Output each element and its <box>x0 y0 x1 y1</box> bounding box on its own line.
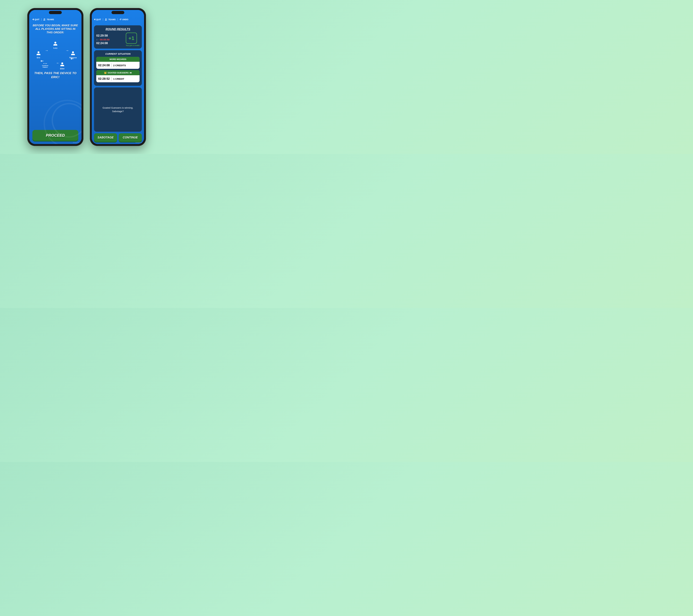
chevron-left-icon <box>33 18 34 20</box>
sabotage-button[interactable]: SABOTAGE <box>94 133 117 142</box>
team-row-word-wizards: WORD WIZARDS 02:24:08 2 CREDITS <box>96 57 140 69</box>
elliot-name: Elliot <box>60 68 64 69</box>
bottom-buttons: SABOTAGE CONTINUE <box>94 133 142 142</box>
undo-icon: ↺ <box>119 18 121 21</box>
elliot-avatar <box>59 61 65 67</box>
credit-box: +1 <box>126 33 137 44</box>
teams-button-2[interactable]: TEAMS <box>105 18 116 21</box>
player-diagram: Eric → Lucy → <box>33 38 78 69</box>
sabotage-text: Goated Guessers is winning.Sabotage? <box>102 106 133 113</box>
nav-separator-2: | <box>103 18 103 21</box>
team-row-goated-guessers: 👑 GOATED GUESSERS ⏭ 02:28:52 1 CREDIT <box>96 70 140 82</box>
results-panel: ROUND RESULTS 02:29:58 ↓ - 00:05:50 02:2… <box>94 25 142 48</box>
teams-icon-1 <box>43 18 46 21</box>
skip-icon: ⏭ <box>130 72 132 74</box>
player-elliot: Elliot <box>59 61 65 69</box>
pass-text: THEN, PASS THE DEVICE TO ERIC! <box>33 71 78 79</box>
results-title: ROUND RESULTS <box>96 27 140 31</box>
player-eric: Eric <box>36 51 41 59</box>
svg-point-3 <box>72 51 74 53</box>
time-end: 02:24:08 <box>96 42 124 45</box>
goated-guessers-name: GOATED GUESSERS <box>107 72 128 74</box>
lucy-name: Lucy <box>53 47 57 49</box>
sabotage-prompt: Goated Guessers is winning.Sabotage? <box>94 87 142 132</box>
arrow-pattern-elliot: ← <box>56 61 60 65</box>
svg-point-5 <box>105 18 106 19</box>
nav-bar-2: QUIT | TEAMS | ↺ UNDO <box>94 18 142 21</box>
rebecca-avatar <box>70 51 76 56</box>
continue-pattern: • • • ContinuePattern <box>42 62 48 68</box>
quit-button-2[interactable]: QUIT <box>94 18 101 21</box>
instruction-text: BEFORE YOU BEGIN, MAKE SURE ALL PLAYERS … <box>33 24 78 34</box>
nav-bar-1: QUIT | TEAMS <box>33 18 78 21</box>
undo-label: UNDO <box>122 18 128 21</box>
results-body: 02:29:58 ↓ - 00:05:50 02:24:08 +1 You go… <box>96 33 140 46</box>
time-delta-row: ↓ - 00:05:50 <box>96 38 124 41</box>
situation-title: CURRENT SITUATION <box>96 53 140 55</box>
time-delta-value: - 00:05:50 <box>99 38 110 41</box>
lucy-avatar <box>53 41 58 46</box>
goated-guessers-time: 02:28:52 <box>98 77 110 81</box>
dev-label-1: Development <box>73 142 80 143</box>
goated-guessers-stats: 02:28:52 1 CREDIT <box>96 75 140 82</box>
nav-separator-1: | <box>41 18 42 21</box>
svg-point-4 <box>61 62 63 64</box>
crown-icon: 👑 <box>104 72 107 74</box>
teams-label-1: TEAMS <box>47 18 54 21</box>
team-divider-2 <box>111 77 112 81</box>
dev-label-2: Development <box>136 142 142 143</box>
team-divider-1 <box>111 63 112 67</box>
credit-section: +1 You got a credit! <box>126 33 140 46</box>
quit-button-1[interactable]: QUIT <box>33 18 39 21</box>
delta-arrow-icon: ↓ <box>96 38 98 41</box>
phone-2: QUIT | TEAMS | ↺ UNDO <box>90 8 146 146</box>
time-start: 02:29:58 <box>96 34 124 37</box>
phone-1: QUIT | TEAMS BEFORE YOU BEGIN, MAKE SURE… <box>27 8 83 146</box>
word-wizards-credits: 2 CREDITS <box>113 64 126 67</box>
teams-icon-2 <box>105 18 107 21</box>
quit-label-1: QUIT <box>35 18 39 21</box>
continue-button[interactable]: CONTINUE <box>119 133 142 142</box>
svg-point-1 <box>38 51 39 53</box>
word-wizards-time: 02:24:08 <box>98 64 110 67</box>
quit-label-2: QUIT <box>96 18 101 21</box>
arrow-eric-lucy: → <box>45 48 48 53</box>
svg-point-0 <box>44 18 45 19</box>
word-wizards-stats: 02:24:08 2 CREDITS <box>96 62 140 69</box>
proceed-button[interactable]: PROCEED <box>33 130 78 141</box>
credit-msg: You got a credit! <box>126 44 140 46</box>
arrow-lucy-rebecca: → <box>65 48 69 53</box>
eric-name: Eric <box>37 57 40 59</box>
teams-button-1[interactable]: TEAMS <box>43 18 54 21</box>
word-wizards-name: WORD WIZARDS <box>110 58 126 60</box>
player-lucy: Lucy <box>53 41 58 49</box>
goated-guessers-header: 👑 GOATED GUESSERS ⏭ <box>96 70 140 75</box>
undo-button[interactable]: ↺ UNDO <box>119 18 128 21</box>
goated-guessers-credits: 1 CREDIT <box>113 78 124 80</box>
svg-point-2 <box>54 42 56 44</box>
situation-panel: CURRENT SITUATION WORD WIZARDS 02:24:08 … <box>94 50 142 86</box>
eric-avatar <box>36 51 41 56</box>
teams-label-2: TEAMS <box>108 18 116 21</box>
chevron-left-icon-2 <box>94 18 95 20</box>
credit-value: +1 <box>128 35 134 41</box>
word-wizards-header: WORD WIZARDS <box>96 57 140 62</box>
time-column: 02:29:58 ↓ - 00:05:50 02:24:08 <box>96 34 124 45</box>
nav-separator-3: | <box>117 18 118 21</box>
